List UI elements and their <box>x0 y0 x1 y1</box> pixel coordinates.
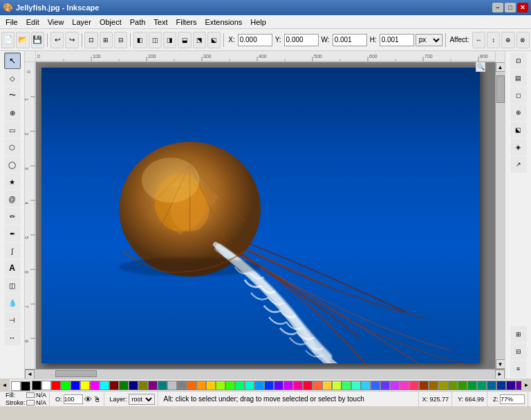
palette-color-swatch[interactable] <box>409 381 419 390</box>
toolbar-save[interactable]: 💾 <box>31 32 44 48</box>
affect-btn1[interactable]: ↔ <box>472 32 485 48</box>
tool-pencil[interactable]: ✏ <box>4 208 21 225</box>
menu-help[interactable]: Help <box>246 17 270 28</box>
palette-color-swatch[interactable] <box>225 381 235 390</box>
scroll-thumb-horizontal[interactable] <box>55 370 97 377</box>
palette-color-swatch[interactable] <box>32 381 41 390</box>
tool-callig[interactable]: ∫ <box>4 242 21 259</box>
right-snap1[interactable]: ⊞ <box>510 326 527 343</box>
palette-color-swatch[interactable] <box>254 381 264 390</box>
palette-color-swatch[interactable] <box>245 381 254 390</box>
x-input[interactable] <box>238 34 272 46</box>
tool-dropper[interactable]: 💧 <box>4 294 21 311</box>
right-xml[interactable]: ⊡ <box>510 52 527 69</box>
right-snap2[interactable]: ⊟ <box>510 343 527 360</box>
right-fill[interactable]: ◈ <box>510 139 527 155</box>
palette-color-swatch[interactable] <box>148 381 158 390</box>
palette-color-swatch[interactable] <box>274 381 283 390</box>
h-input[interactable] <box>380 34 414 46</box>
tool-text[interactable]: A <box>4 260 21 276</box>
tool-zoom[interactable]: ⊕ <box>4 104 21 121</box>
tool-tweak[interactable]: 〜 <box>4 87 21 104</box>
palette-color-swatch[interactable] <box>138 381 148 390</box>
menu-path[interactable]: Path <box>126 17 150 28</box>
palette-color-swatch[interactable] <box>235 381 245 390</box>
palette-color-swatch[interactable] <box>187 381 196 390</box>
palette-color-swatch[interactable] <box>487 381 496 390</box>
palette-color-swatch[interactable] <box>177 381 187 390</box>
toolbar-new[interactable]: 📄 <box>1 32 15 48</box>
layer-select[interactable]: root <box>129 394 155 405</box>
opacity-input[interactable] <box>64 394 83 404</box>
menu-extensions[interactable]: Extensions <box>201 17 246 28</box>
right-swatches[interactable]: ⬕ <box>510 122 527 138</box>
palette-color-swatch[interactable] <box>158 381 167 390</box>
palette-none[interactable] <box>11 381 21 391</box>
toolbar-align-right[interactable]: ◨ <box>163 32 176 48</box>
zoom-input[interactable] <box>500 394 525 404</box>
w-input[interactable] <box>333 34 367 46</box>
toolbar-open[interactable]: 📂 <box>16 32 29 48</box>
palette-color-swatch[interactable] <box>41 381 51 390</box>
palette-color-swatch[interactable] <box>322 381 332 390</box>
toolbar-align-mid[interactable]: ⬔ <box>193 32 206 48</box>
right-snap3[interactable]: ≡ <box>510 361 527 377</box>
right-export[interactable]: ↗ <box>510 156 527 173</box>
palette-color-swatch[interactable] <box>342 381 351 390</box>
tool-measure[interactable]: ↔ <box>4 329 21 345</box>
palette-color-swatch[interactable] <box>380 381 390 390</box>
toolbar-zoom-sel[interactable]: ⊟ <box>114 32 127 48</box>
toolbar-undo[interactable]: ↩ <box>50 32 64 48</box>
palette-color-swatch[interactable] <box>90 381 100 390</box>
palette-color-swatch[interactable] <box>216 381 225 390</box>
palette-color-swatch[interactable] <box>361 381 371 390</box>
palette-color-swatch[interactable] <box>438 381 448 390</box>
right-objects[interactable]: ◻ <box>510 87 527 104</box>
close-button[interactable]: ✕ <box>517 3 528 12</box>
palette-color-swatch[interactable] <box>109 381 119 390</box>
toolbar-zoom-fit[interactable]: ⊡ <box>84 32 97 48</box>
right-layers[interactable]: ▤ <box>510 70 527 86</box>
tool-select[interactable]: ↖ <box>4 52 21 69</box>
canvas-scroll-area[interactable]: 🔍 <box>36 62 495 369</box>
toolbar-align-top[interactable]: ⬓ <box>178 32 191 48</box>
palette-color-swatch[interactable] <box>371 381 380 390</box>
palette-color-swatch[interactable] <box>313 381 322 390</box>
scroll-down-button[interactable]: ▼ <box>496 359 505 369</box>
palette-color-swatch[interactable] <box>293 381 303 390</box>
palette-scroll-left[interactable]: ◄ <box>0 379 10 392</box>
palette-color-swatch[interactable] <box>516 381 521 390</box>
scroll-right-button[interactable]: ► <box>495 370 505 379</box>
palette-black[interactable] <box>21 381 30 391</box>
palette-color-swatch[interactable] <box>100 381 109 390</box>
scroll-left-button[interactable]: ◄ <box>25 370 35 379</box>
palette-color-swatch[interactable] <box>506 381 516 390</box>
right-symbols[interactable]: ⊕ <box>510 104 527 121</box>
toolbar-redo[interactable]: ↪ <box>65 32 78 48</box>
palette-scroll-right[interactable]: ► <box>521 379 531 392</box>
menu-layer[interactable]: Layer <box>68 17 95 28</box>
palette-color-swatch[interactable] <box>400 381 409 390</box>
toolbar-align-left[interactable]: ◧ <box>133 32 147 48</box>
scroll-track-horizontal[interactable] <box>35 370 495 379</box>
tool-pen[interactable]: ✒ <box>4 225 21 242</box>
menu-filters[interactable]: Filters <box>172 17 201 28</box>
stroke-swatch[interactable] <box>26 400 35 405</box>
scroll-track-vertical[interactable] <box>496 72 505 359</box>
tool-star[interactable]: ★ <box>4 173 21 190</box>
tool-spiral[interactable]: @ <box>4 191 21 207</box>
menu-edit[interactable]: Edit <box>22 17 44 28</box>
palette-color-swatch[interactable] <box>61 381 71 390</box>
tool-connector[interactable]: ⊣ <box>4 312 21 328</box>
tool-gradient[interactable]: ◫ <box>4 277 21 294</box>
scroll-up-button[interactable]: ▲ <box>496 62 505 72</box>
unit-select[interactable]: pxmmcmin <box>416 34 442 46</box>
palette-color-swatch[interactable] <box>390 381 400 390</box>
palette-color-swatch[interactable] <box>51 381 61 390</box>
palette-color-swatch[interactable] <box>419 381 429 390</box>
palette-color-swatch[interactable] <box>71 381 80 390</box>
y-input[interactable] <box>284 34 319 46</box>
palette-color-swatch[interactable] <box>332 381 342 390</box>
palette-color-swatch[interactable] <box>467 381 477 390</box>
affect-btn3[interactable]: ⊕ <box>501 32 514 48</box>
